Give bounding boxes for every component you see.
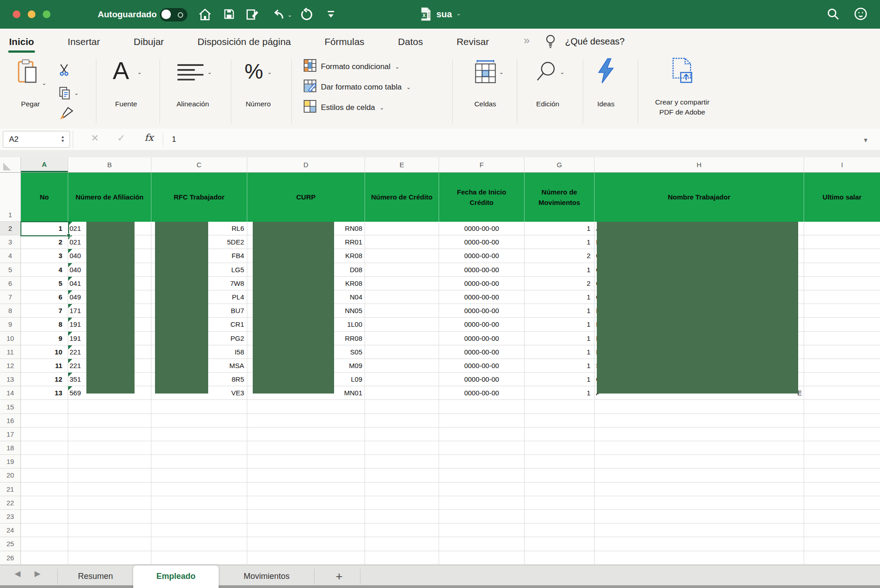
cell-E9[interactable]: [365, 318, 439, 331]
cell-I9[interactable]: [804, 318, 880, 331]
cell-I15[interactable]: [804, 400, 880, 414]
row-header-21[interactable]: 21: [0, 483, 21, 496]
cell-B16[interactable]: [68, 414, 151, 428]
cell-E5[interactable]: [365, 263, 439, 277]
cell-C15[interactable]: [151, 400, 247, 414]
header-cell-nombre-trabajador[interactable]: Nombre Trabajador: [595, 173, 804, 222]
cell-E11[interactable]: [365, 345, 439, 359]
column-header-F[interactable]: F: [439, 157, 525, 172]
row-header-10[interactable]: 10: [0, 332, 21, 345]
cell-G26[interactable]: [525, 551, 595, 565]
cell-D18[interactable]: [247, 441, 365, 455]
row-header-9[interactable]: 9: [0, 318, 21, 331]
column-header-I[interactable]: I: [804, 157, 880, 172]
cell-A20[interactable]: [21, 468, 68, 482]
row-header-23[interactable]: 23: [0, 510, 21, 523]
cell-G17[interactable]: [525, 428, 595, 441]
cell-F8[interactable]: 0000-00-00: [439, 304, 525, 318]
cell-B26[interactable]: [68, 551, 151, 565]
cell-I21[interactable]: [804, 483, 880, 496]
cell-A5[interactable]: 4: [21, 263, 68, 277]
cell-E24[interactable]: [365, 523, 439, 537]
cell-I24[interactable]: [804, 523, 880, 537]
name-box-spinner[interactable]: ▲▼: [58, 131, 67, 147]
tab-formulas[interactable]: Fórmulas: [325, 36, 365, 47]
cell-I10[interactable]: [804, 332, 880, 345]
sheet-tab-resumen[interactable]: Resumen: [59, 565, 132, 588]
cell-E16[interactable]: [365, 414, 439, 428]
cells-dropdown-chevron[interactable]: ⌄: [499, 69, 504, 75]
cell-D21[interactable]: [247, 483, 365, 496]
tab-disposicion[interactable]: Disposición de página: [198, 36, 291, 47]
cell-A19[interactable]: [21, 455, 68, 468]
format-as-table-button[interactable]: Dar formato como tabla ⌄: [304, 80, 411, 95]
cell-I13[interactable]: [804, 373, 880, 386]
toolbar-more-icon[interactable]: [325, 8, 338, 21]
cell-G24[interactable]: [525, 523, 595, 537]
adobe-group-label-line1[interactable]: Crear y compartir: [639, 98, 726, 106]
row-header-26[interactable]: 26: [0, 551, 21, 565]
row-header-8[interactable]: 8: [0, 304, 21, 318]
cell-F5[interactable]: 0000-00-00: [439, 263, 525, 277]
cell-C22[interactable]: [151, 496, 247, 510]
cell-I26[interactable]: [804, 551, 880, 565]
header-cell-numero-movimientos[interactable]: Número de Movimientos: [525, 173, 595, 222]
cell-I7[interactable]: [804, 290, 880, 304]
cell-G25[interactable]: [525, 537, 595, 551]
cell-F26[interactable]: [439, 551, 525, 565]
cell-G22[interactable]: [525, 496, 595, 510]
cell-F17[interactable]: [439, 428, 525, 441]
column-header-H[interactable]: H: [595, 157, 804, 172]
cell-A12[interactable]: 11: [21, 359, 68, 373]
autosave-toggle[interactable]: [160, 8, 187, 21]
cell-C24[interactable]: [151, 523, 247, 537]
sheet-tab-movimientos[interactable]: Movimientos: [220, 565, 313, 588]
copy-icon[interactable]: [58, 86, 71, 102]
cell-I6[interactable]: [804, 277, 880, 290]
cell-H17[interactable]: [595, 428, 804, 441]
cell-E15[interactable]: [365, 400, 439, 414]
cell-styles-button[interactable]: Estilos de celda ⌄: [304, 100, 384, 115]
tell-me-label[interactable]: ¿Qué deseas?: [565, 29, 625, 55]
sheet-tab-empleado[interactable]: Empleado: [133, 565, 219, 588]
row-header-14[interactable]: 14: [0, 386, 21, 400]
cell-H19[interactable]: [595, 455, 804, 468]
row-header-5[interactable]: 5: [0, 263, 21, 277]
document-title[interactable]: sua: [436, 0, 452, 29]
row-header-2[interactable]: 2: [0, 222, 21, 235]
cell-H18[interactable]: [595, 441, 804, 455]
paste-dropdown-chevron[interactable]: ⌄: [42, 80, 46, 86]
number-dropdown-chevron[interactable]: ⌄: [267, 69, 272, 75]
row-header-22[interactable]: 22: [0, 496, 21, 510]
column-header-E[interactable]: E: [365, 157, 439, 172]
ideas-lightning-icon[interactable]: [596, 58, 615, 85]
close-window-button[interactable]: [13, 10, 20, 18]
fill-handle[interactable]: [67, 234, 70, 237]
row-header-12[interactable]: 12: [0, 359, 21, 373]
cell-A8[interactable]: 7: [21, 304, 68, 318]
row-header-6[interactable]: 6: [0, 277, 21, 290]
cell-D17[interactable]: [247, 428, 365, 441]
cell-C23[interactable]: [151, 510, 247, 523]
cell-A17[interactable]: [21, 428, 68, 441]
cell-I16[interactable]: [804, 414, 880, 428]
cell-A6[interactable]: 5: [21, 277, 68, 290]
cell-G21[interactable]: [525, 483, 595, 496]
number-format-icon[interactable]: %: [245, 59, 263, 84]
adobe-group-label-line2[interactable]: PDF de Adobe: [639, 108, 726, 116]
undo-icon[interactable]: [272, 8, 285, 21]
header-cell-fecha-inicio-credito[interactable]: Fecha de Inicio Crédito: [439, 173, 525, 222]
row-header-7[interactable]: 7: [0, 290, 21, 304]
cell-H26[interactable]: [595, 551, 804, 565]
cell-D24[interactable]: [247, 523, 365, 537]
cell-F16[interactable]: [439, 414, 525, 428]
redo-icon[interactable]: [299, 8, 313, 21]
cell-G20[interactable]: [525, 468, 595, 482]
cell-A3[interactable]: 2: [21, 235, 68, 249]
cell-A11[interactable]: 10: [21, 345, 68, 359]
cell-I20[interactable]: [804, 468, 880, 482]
cell-D22[interactable]: [247, 496, 365, 510]
cell-I8[interactable]: [804, 304, 880, 318]
cell-E4[interactable]: [365, 249, 439, 263]
cell-G18[interactable]: [525, 441, 595, 455]
